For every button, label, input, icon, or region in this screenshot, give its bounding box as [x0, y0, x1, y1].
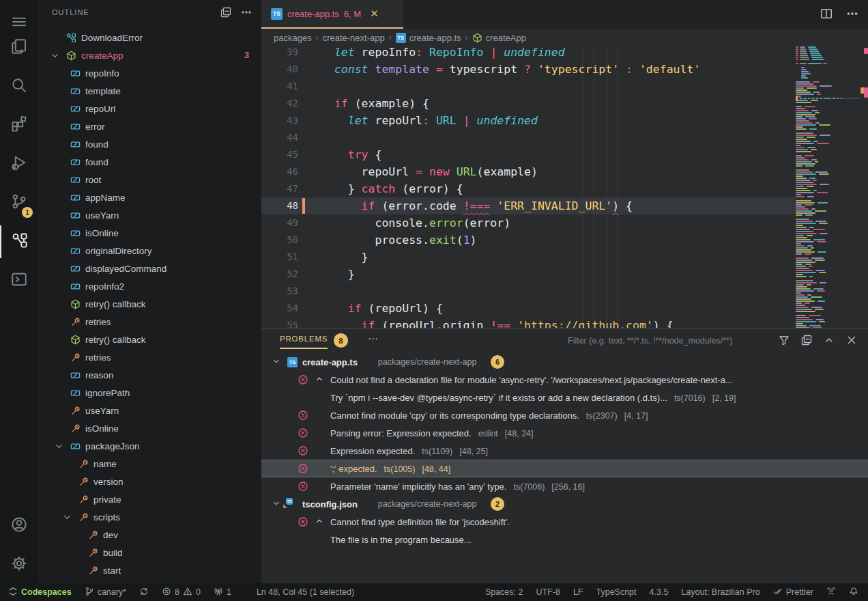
status-indentation[interactable]: Spaces: 2 — [485, 587, 523, 597]
chevron-down-icon[interactable] — [53, 441, 64, 451]
activitybar-item-panel-view[interactable] — [0, 264, 38, 297]
status-encoding[interactable]: UTF-8 — [536, 587, 560, 597]
tab-close-icon[interactable]: ✕ — [370, 8, 379, 20]
outline-item-repoinfo2[interactable]: repoInfo2 — [38, 277, 261, 295]
group-by-icon[interactable] — [801, 335, 812, 348]
maximize-panel-icon[interactable] — [824, 335, 835, 348]
activitybar-item-explorer[interactable] — [0, 31, 38, 64]
code-line-45[interactable]: 45 try { — [261, 146, 796, 163]
split-editor-icon[interactable] — [820, 8, 833, 23]
status-sync[interactable] — [139, 587, 149, 598]
breadcrumb-item-create-next-app[interactable]: create-next-app — [323, 33, 385, 43]
tab-create-app-ts[interactable]: TS create-app.ts 6, M ✕ — [261, 0, 403, 29]
outline-item-error[interactable]: error — [38, 117, 261, 135]
outline-item-displayedcommand[interactable]: displayedCommand — [38, 260, 261, 277]
problem-row[interactable]: Expression expected.ts(1109)[48, 25] — [261, 442, 868, 460]
code-line-51[interactable]: 51 } — [261, 249, 796, 266]
status-keyboard-layout[interactable]: Layout: Brazilian Pro — [681, 587, 760, 597]
outline-item-private[interactable]: private — [38, 490, 261, 508]
status-cursor-position[interactable]: Ln 48, Col 45 (1 selected) — [257, 587, 354, 597]
outline-item-version[interactable]: version — [38, 473, 261, 490]
code-line-39[interactable]: 39 let repoInfo: RepoInfo | undefined — [261, 46, 796, 61]
outline-item-scripts[interactable]: scripts — [38, 508, 261, 526]
outline-item-found[interactable]: found — [38, 135, 261, 153]
breadcrumb-item-createapp[interactable]: createApp — [472, 33, 526, 43]
outline-item-retry-callback[interactable]: retry() callback — [38, 295, 261, 313]
outline-item-useyarn[interactable]: useYarn — [38, 206, 261, 224]
code-line-41[interactable]: 41 — [261, 78, 796, 95]
outline-item-template[interactable]: template — [38, 82, 261, 100]
code-line-50[interactable]: 50 process.exit(1) — [261, 232, 796, 249]
status-language-mode[interactable]: TypeScript — [596, 587, 636, 597]
status-git-branch[interactable]: canary* — [85, 587, 126, 598]
activitybar-item-search[interactable] — [0, 70, 38, 103]
problem-row[interactable]: Cannot find module 'cpy' or its correspo… — [261, 406, 868, 424]
code-line-46[interactable]: 46 repoUrl = new URL(example) — [261, 163, 796, 180]
outline-item-repoinfo[interactable]: repoInfo — [38, 64, 261, 82]
outline-item-retries[interactable]: retries — [38, 313, 261, 331]
activitybar-item-source-control[interactable]: 1 — [0, 186, 38, 219]
problem-row[interactable]: Cannot find type definition file for 'js… — [261, 513, 868, 531]
status-ports[interactable]: 1 — [214, 587, 231, 598]
code-line-40[interactable]: 40 const template = typescript ? 'typesc… — [261, 61, 796, 78]
status-notifications[interactable] — [849, 587, 858, 598]
problem-row-detail[interactable]: Try `npm i --save-dev @types/async-retry… — [261, 389, 868, 406]
activitybar-item-account[interactable] — [0, 509, 38, 542]
problem-row[interactable]: Parameter 'name' implicitly has an 'any'… — [261, 477, 868, 495]
close-panel-icon[interactable] — [846, 335, 857, 348]
collapse-all-icon[interactable] — [220, 7, 231, 20]
chevron-up-icon[interactable] — [315, 374, 324, 386]
breadcrumb-item-create-app-ts[interactable]: TScreate-app.ts — [396, 33, 461, 43]
outline-item-retry-callback[interactable]: retry() callback — [38, 331, 261, 348]
activitybar-item-extensions[interactable] — [0, 109, 38, 141]
outline-item-reason[interactable]: reason — [38, 366, 261, 384]
chevron-up-icon[interactable] — [315, 516, 324, 528]
status-prettier[interactable]: Prettier — [773, 587, 813, 598]
chevron-down-icon[interactable] — [272, 357, 281, 368]
activitybar-item-run-and-debug[interactable] — [0, 148, 38, 180]
code-line-54[interactable]: 54 if (repoUrl) { — [261, 300, 796, 317]
chevron-down-icon[interactable] — [61, 512, 72, 522]
status-feedback[interactable] — [826, 587, 836, 598]
activitybar-item-outline-view[interactable] — [0, 225, 38, 258]
outline-item-start[interactable]: start — [38, 561, 261, 579]
panel-more-icon[interactable]: ⋯ — [368, 333, 379, 345]
activitybar-item-settings[interactable] — [0, 548, 38, 581]
code-line-49[interactable]: 49 console.error(error) — [261, 214, 796, 232]
outline-item-isonline[interactable]: isOnline — [38, 224, 261, 242]
status-problems-summary[interactable]: 80 — [162, 587, 201, 598]
code-line-43[interactable]: 43 let repoUrl: URL | undefined — [261, 112, 796, 129]
outline-item-appname[interactable]: appName — [38, 188, 261, 206]
outline-item-ignorepath[interactable]: ignorePath — [38, 384, 261, 402]
chevron-down-icon[interactable] — [49, 50, 60, 61]
code-line-53[interactable]: 53 — [261, 283, 796, 300]
outline-item-packagejson[interactable]: packageJson — [38, 437, 261, 455]
outline-item-repourl[interactable]: repoUrl — [38, 100, 261, 117]
problem-row[interactable]: ';' expected.ts(1005)[48, 44] — [261, 460, 868, 477]
problem-row-detail[interactable]: The file is in the program because... — [261, 531, 868, 548]
chevron-down-icon[interactable] — [272, 499, 281, 510]
outline-item-dev[interactable]: dev — [38, 526, 261, 544]
breadcrumb-item-packages[interactable]: packages — [274, 33, 312, 43]
code-line-42[interactable]: 42 if (example) { — [261, 95, 796, 112]
status-remote-codespaces[interactable]: Codespaces — [8, 587, 72, 598]
problem-file-row[interactable]: TScreate-app.tspackages/create-next-app6 — [261, 353, 868, 371]
problem-file-row[interactable]: TStsconfig.jsonpackages/create-next-app2 — [261, 495, 868, 513]
outline-item-root[interactable]: root — [38, 171, 261, 188]
outline-item-useyarn[interactable]: useYarn — [38, 402, 261, 419]
problem-row[interactable]: Parsing error: Expression expected.eslin… — [261, 424, 868, 442]
outline-item-found[interactable]: found — [38, 153, 261, 171]
outline-item-createapp[interactable]: createApp3 — [38, 46, 261, 64]
outline-item-name[interactable]: name — [38, 455, 261, 473]
outline-item-originaldirectory[interactable]: originalDirectory — [38, 242, 261, 260]
problem-row[interactable]: Could not find a declaration file for mo… — [261, 371, 868, 389]
code-line-47[interactable]: 47 } catch (error) { — [261, 180, 796, 197]
problems-filter-input[interactable] — [568, 333, 772, 349]
code-line-44[interactable]: 44 — [261, 129, 796, 146]
status-ts-version[interactable]: 4.3.5 — [650, 587, 669, 597]
code-line-52[interactable]: 52 } — [261, 266, 796, 283]
filter-icon[interactable] — [779, 335, 790, 348]
outline-item-retries[interactable]: retries — [38, 348, 261, 366]
more-actions-icon[interactable] — [241, 7, 252, 20]
outline-item-downloaderror[interactable]: DownloadError — [38, 29, 261, 46]
